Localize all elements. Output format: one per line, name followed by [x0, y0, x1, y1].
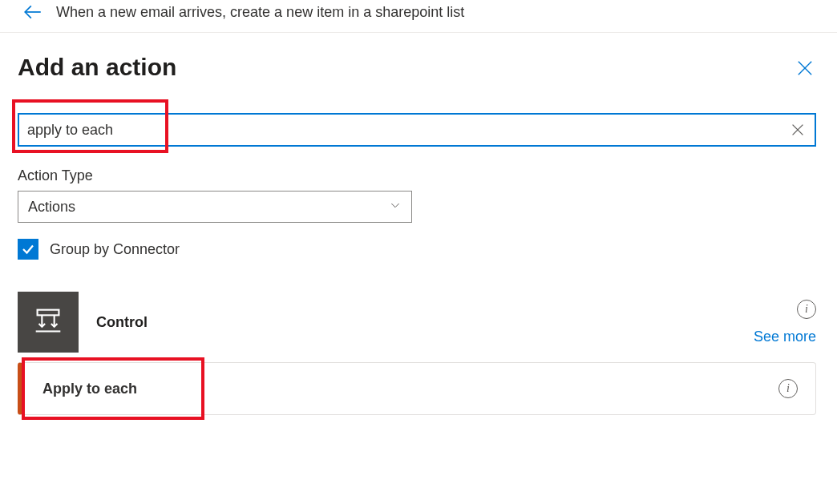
action-type-dropdown[interactable]: Actions — [18, 191, 412, 223]
action-type-value: Actions — [28, 199, 75, 216]
action-list: Apply to each i — [18, 362, 816, 415]
panel-header: Add an action — [18, 54, 816, 83]
flow-title: When a new email arrives, create a new i… — [56, 4, 464, 21]
connector-left: Control — [18, 292, 148, 353]
group-by-label: Group by Connector — [50, 241, 180, 258]
control-connector-icon — [18, 292, 79, 353]
action-type-label: Action Type — [18, 167, 816, 184]
panel-title: Add an action — [18, 54, 176, 81]
action-apply-to-each[interactable]: Apply to each i — [18, 362, 816, 415]
connector-name: Control — [96, 314, 148, 331]
back-arrow-icon[interactable] — [22, 2, 43, 22]
clear-search-icon[interactable] — [789, 121, 807, 139]
see-more-link[interactable]: See more — [754, 329, 816, 345]
connector-right: i See more — [754, 300, 816, 345]
chevron-down-icon — [389, 199, 402, 215]
svg-rect-5 — [38, 310, 59, 316]
top-bar: When a new email arrives, create a new i… — [0, 0, 837, 33]
search-input[interactable] — [27, 122, 789, 139]
add-action-panel: Add an action Action Type Actions — [0, 33, 837, 415]
connector-header-row: Control i See more — [18, 292, 816, 353]
group-by-connector-row: Group by Connector — [18, 239, 816, 260]
group-by-checkbox[interactable] — [18, 239, 38, 260]
close-icon[interactable] — [794, 54, 816, 83]
search-box[interactable] — [18, 113, 816, 147]
action-info-icon[interactable]: i — [778, 379, 798, 398]
connector-info-icon[interactable]: i — [797, 300, 816, 319]
search-wrapper — [18, 113, 816, 147]
action-item-label: Apply to each — [42, 381, 137, 397]
